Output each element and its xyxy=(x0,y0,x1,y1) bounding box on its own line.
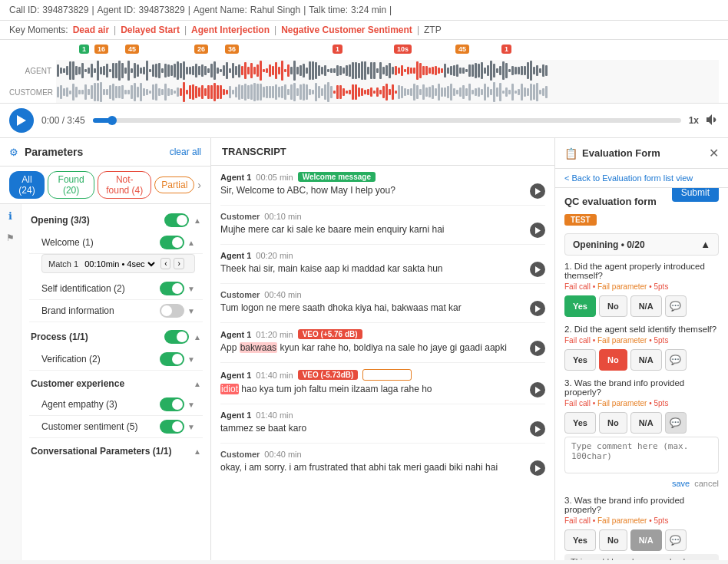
progress-track[interactable] xyxy=(93,118,681,123)
volume-button[interactable] xyxy=(706,114,719,127)
list-item: Agent 1 00:20 min Theek hai sir, main ka… xyxy=(220,251,545,277)
q3-comment-button[interactable]: 💬 xyxy=(665,412,687,434)
svg-marker-0 xyxy=(17,115,26,126)
process-chevron: ▲ xyxy=(194,333,201,341)
km-agent-interjection[interactable]: Agent Interjection xyxy=(191,25,270,35)
match-next[interactable]: › xyxy=(174,258,184,269)
q3-comment-textarea[interactable] xyxy=(564,437,719,473)
msg-play-button[interactable] xyxy=(530,223,545,238)
q3-save-button[interactable]: save xyxy=(672,479,690,488)
opening-toggle[interactable] xyxy=(164,213,189,227)
msg-text: Theek hai sir, main kaise aap ki maddad … xyxy=(220,262,545,277)
welcome-item: Welcome (1) ▲ xyxy=(29,232,203,254)
msg-play-button[interactable] xyxy=(530,460,545,476)
msg-play-button[interactable] xyxy=(530,183,545,199)
divider xyxy=(220,244,545,245)
flag-icon[interactable]: ⚑ xyxy=(6,233,15,243)
msg-play-button[interactable] xyxy=(530,341,545,356)
welcome-label: Welcome (1) xyxy=(41,237,94,248)
q3b-no-button[interactable]: No xyxy=(599,529,627,551)
q3b-yes-button[interactable]: Yes xyxy=(564,529,596,551)
q1-na-button[interactable]: N/A xyxy=(630,295,662,317)
q2-comment-button[interactable]: 💬 xyxy=(665,349,687,371)
question-3: 3. Was the brand info provided properly?… xyxy=(564,378,719,488)
section-cx-header[interactable]: Customer experience ▲ xyxy=(29,374,203,394)
transcript-body: Agent 1 00:05 min Welcome message Sir, W… xyxy=(211,166,554,560)
q3-text: 3. Was the brand info provided properly? xyxy=(564,378,719,397)
msg-play-button[interactable] xyxy=(530,421,545,437)
agent-id-value: 394873829 xyxy=(139,5,185,15)
section-process: Process (1/1) ▲ Verification (2) ▼ xyxy=(22,325,210,371)
q2-text: 2. Did the agent seld identify themself? xyxy=(564,325,719,334)
close-eval-button[interactable]: ✕ xyxy=(709,146,719,160)
eval-form-title: QC evaluation form xyxy=(564,196,657,207)
svg-marker-4 xyxy=(535,305,541,312)
speed-button[interactable]: 1x xyxy=(689,115,699,126)
match-prev[interactable]: ‹ xyxy=(160,258,170,269)
q2-no-button[interactable]: No xyxy=(599,349,627,371)
msg-play-button[interactable] xyxy=(530,262,545,277)
q2-yes-button[interactable]: Yes xyxy=(564,349,596,371)
q1-no-button[interactable]: No xyxy=(599,295,627,317)
q3b-na-button[interactable]: N/A xyxy=(630,529,662,551)
tab-found[interactable]: Found (20) xyxy=(48,171,94,199)
cx-chevron: ▲ xyxy=(194,380,201,388)
q3-na-button[interactable]: N/A xyxy=(630,412,662,434)
progress-thumb[interactable] xyxy=(108,116,117,125)
agent-empathy-toggle[interactable] xyxy=(160,397,184,411)
talk-time-label: Talk time: xyxy=(309,5,348,15)
km-ztp[interactable]: ZTP xyxy=(424,25,442,35)
q1-comment-button[interactable]: 💬 xyxy=(665,295,687,317)
km-negative-sentiment[interactable]: Negative Customer Sentiment xyxy=(281,25,412,35)
q3b-comment-button[interactable]: 💬 xyxy=(665,529,687,551)
section-opening-header[interactable]: Opening (3/3) ▲ xyxy=(29,209,203,232)
q3-no-button[interactable]: No xyxy=(599,412,627,434)
info-icon[interactable]: ℹ xyxy=(8,210,12,222)
agent-empathy-label: Agent empathy (3) xyxy=(41,399,117,410)
msg-meta: Agent 1 01:20 min VEO (+5.76 dB) xyxy=(220,329,545,339)
svg-marker-7 xyxy=(535,426,541,433)
section-process-header[interactable]: Process (1/1) ▲ xyxy=(29,325,203,348)
welcome-toggle[interactable] xyxy=(160,236,184,249)
param-content: ℹ ⚑ Opening (3/3) ▲ Welcome (1) xyxy=(0,204,210,560)
customer-sentiment-toggle[interactable] xyxy=(160,420,184,434)
km-delayed-start[interactable]: Delayed Start xyxy=(121,25,180,35)
q1-yes-button[interactable]: Yes xyxy=(564,295,596,317)
msg-play-button[interactable] xyxy=(530,301,545,316)
tab-all[interactable]: All (24) xyxy=(9,171,45,199)
msg-play-button[interactable] xyxy=(530,382,545,397)
match-select[interactable]: 00:10min • 4sec xyxy=(81,259,157,269)
back-to-list-link[interactable]: < Back to Evaluation form list view xyxy=(555,169,728,188)
question-2: 2. Did the agent seld identify themself?… xyxy=(564,325,719,371)
speaker-label: Customer xyxy=(220,212,260,221)
q2-na-button[interactable]: N/A xyxy=(630,349,662,371)
q3-cancel-button[interactable]: cancel xyxy=(694,479,719,488)
brand-info-toggle[interactable] xyxy=(160,304,184,318)
verification-toggle[interactable] xyxy=(160,352,184,366)
match-label: Match 1 xyxy=(48,259,78,269)
divider xyxy=(220,404,545,404)
opening-section-header[interactable]: Openining • 0/20 ▲ xyxy=(564,233,719,256)
divider xyxy=(220,283,545,284)
km-dead-air[interactable]: Dead air xyxy=(73,25,109,35)
play-button[interactable] xyxy=(9,108,34,133)
list-item: Agent 1 01:40 min tammez se baat karo xyxy=(220,411,545,437)
transcript-header: TRANSCRIPT xyxy=(211,138,554,166)
section-cx: Customer experience ▲ Agent empathy (3) … xyxy=(22,374,210,438)
process-toggle[interactable] xyxy=(164,330,189,344)
tab-notfound[interactable]: Not-found (4) xyxy=(98,171,151,199)
more-tabs-button[interactable]: › xyxy=(197,179,201,191)
verification-chevron: ▼ xyxy=(187,355,195,364)
msg-text: idiot hao kya tum joh faltu mein ilzaam … xyxy=(220,382,545,397)
list-item: Customer 00:10 min Mujhe mere car ki sal… xyxy=(220,212,545,238)
verification-item: Verification (2) ▼ xyxy=(29,348,203,371)
self-id-toggle[interactable] xyxy=(160,282,184,295)
clear-all-button[interactable]: clear all xyxy=(170,147,201,157)
tab-partial[interactable]: Partial xyxy=(154,176,194,193)
q3-yes-button[interactable]: Yes xyxy=(564,412,596,434)
submit-button[interactable]: Submit xyxy=(672,188,719,202)
msg-meta: Customer 00:40 min xyxy=(220,290,545,299)
q3-sub: Fail call • Fail parameter • 5pts xyxy=(564,399,719,407)
section-conv-params-header[interactable]: Conversational Parameters (1/1) ▲ xyxy=(29,441,203,461)
msg-text: Tum logon ne mere saath dhoka kiya hai, … xyxy=(220,301,545,316)
